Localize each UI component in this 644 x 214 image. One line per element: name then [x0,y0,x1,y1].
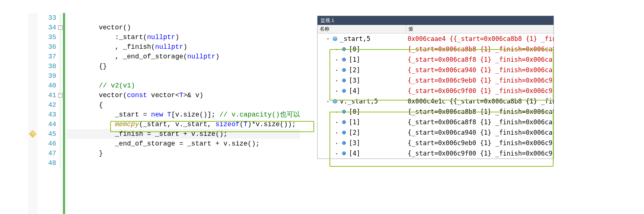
code-line[interactable]: _end_of_storage = _start + v.size(); [67,139,300,148]
watch-value: 0x006c4e1c {{_start=0x006ca8b8 {1} _fini… [406,98,554,105]
code-line[interactable]: {} [67,61,300,71]
line-number: 47 [37,148,56,158]
watch-element-icon [341,119,347,125]
code-line[interactable]: vector(const vector<T>& v) [67,90,300,100]
code-content[interactable]: vector() :_start(nullptr) , _finish(null… [65,13,300,214]
watch-row[interactable]: ▸[2]{_start=0x006ca940 {1} _finish=0x006… [318,65,554,75]
line-number: 46 [37,139,56,148]
expand-toggle[interactable]: ▸ [335,151,339,156]
watch-name: [0] [349,108,360,115]
watch-header-value[interactable]: 值 [406,25,554,33]
code-line[interactable]: { [67,100,300,110]
watch-name: [0] [349,45,360,53]
line-number: 34 [37,23,56,32]
line-number: 33 [37,13,56,23]
execution-pointer-icon [29,130,36,138]
line-number: 43 [37,110,56,119]
watch-name: _start,5 [340,35,370,42]
code-highlight-box [110,121,314,132]
watch-row[interactable]: ▸[1]{_start=0x006ca8f8 {1} _finish=0x006… [318,54,554,65]
expand-toggle[interactable]: ▸ [335,47,339,52]
watch-name: v._start,5 [340,98,378,105]
watch-value: {_start=0x006ca8f8 {1} _finish=0x006ca90… [406,56,554,63]
code-line[interactable] [67,13,300,23]
watch-row[interactable]: ▸[0]{_start=0x006ca8b8 {1} _finish=0x006… [318,44,554,54]
expand-toggle[interactable]: ▾ [326,36,330,41]
watch-value: {_start=0x006c9f00 {1} _finish=0x006c9f1… [406,87,554,95]
line-number: 37 [37,52,56,61]
line-number: 40 [37,81,56,90]
watch-value: {_start=0x006ca8b8 {1} _finish=0x006ca8b… [406,45,554,53]
line-number: 41 [37,90,56,100]
expand-toggle[interactable]: ▸ [335,120,339,125]
code-line[interactable]: // v2(v1) [67,81,300,90]
line-number: 45 [37,129,56,139]
watch-element-icon [341,56,347,63]
expand-toggle[interactable]: ▸ [335,109,339,114]
line-number: 36 [37,42,56,52]
watch-value: {_start=0x006ca8b8 {1} _finish=0x006ca8b… [406,108,554,115]
watch-header-name[interactable]: 名称 [318,25,406,33]
watch-element-icon [341,129,347,136]
expand-toggle[interactable]: ▸ [335,57,339,62]
watch-element-icon [341,108,347,115]
watch-row[interactable]: ▸[3]{_start=0x006c9eb0 {1} _finish=0x006… [318,75,554,86]
watch-name: [2] [349,66,360,74]
watch-element-icon [341,87,347,94]
line-number: 44 [37,119,56,129]
expand-toggle[interactable]: ▸ [335,89,339,93]
line-number-column: 33343536373839404142434445464748 [37,13,58,214]
fold-column[interactable]: −− [58,13,63,214]
indicator-column [28,13,37,214]
line-number: 42 [37,100,56,110]
code-line[interactable]: vector() [67,23,300,32]
watch-row[interactable]: ▾_start,50x006caae4 {{_start=0x006ca8b8 … [318,33,554,44]
editor-margin [0,13,28,214]
watch-value: {_start=0x006ca940 {1} _finish=0x006ca94… [406,129,554,136]
expand-toggle[interactable]: ▸ [335,141,339,146]
watch-var-icon [332,35,338,42]
watch-element-icon [341,46,347,52]
watch-value: {_start=0x006ca940 {1} _finish=0x006ca94… [406,66,554,74]
watch-name: [1] [349,56,360,63]
watch-row[interactable]: ▸[3]{_start=0x006c9eb0 {1} _finish=0x006… [318,138,554,148]
watch-name: [3] [349,77,360,84]
watch-row[interactable]: ▸[2]{_start=0x006ca940 {1} _finish=0x006… [318,127,554,138]
watch-row[interactable]: ▸[4]{_start=0x006c9f00 {1} _finish=0x006… [318,86,554,96]
watch-body[interactable]: ▾_start,50x006caae4 {{_start=0x006ca8b8 … [318,33,554,159]
watch-header: 名称 值 [318,25,554,33]
code-editor[interactable]: 33343536373839404142434445464748 −− vect… [0,0,300,214]
watch-name: [4] [349,87,360,95]
watch-name: [4] [349,150,360,157]
watch-value: {_start=0x006ca8f8 {1} _finish=0x006ca90… [406,118,554,126]
code-line[interactable]: } [67,148,300,158]
code-line[interactable] [67,158,300,168]
expand-toggle[interactable]: ▸ [335,78,339,83]
code-line[interactable]: :_start(nullptr) [67,32,300,42]
watch-name: [2] [349,129,360,136]
watch-row[interactable]: ▸[4]{_start=0x006c9f00 {1} _finish=0x006… [318,148,554,159]
expand-toggle[interactable]: ▸ [335,130,339,135]
watch-value: 0x006caae4 {{_start=0x006ca8b8 {1} _fini… [406,35,554,42]
fold-toggle[interactable]: − [58,25,63,30]
code-line[interactable]: _start = new T[v.size()]; // v.capacity(… [67,110,300,119]
code-line[interactable]: , _finish(nullptr) [67,42,300,52]
code-line[interactable]: , _end_of_storage(nullptr) [67,52,300,61]
line-number: 38 [37,61,56,71]
fold-toggle[interactable]: − [58,93,63,98]
watch-element-icon [341,67,347,73]
line-number: 39 [37,71,56,81]
watch-row[interactable]: ▾v._start,50x006c4e1c {{_start=0x006ca8b… [318,96,554,106]
watch-title: 监视 1 [318,16,554,25]
watch-name: [1] [349,118,360,126]
code-line[interactable] [67,71,300,81]
expand-toggle[interactable]: ▾ [326,99,330,104]
watch-element-icon [341,140,347,146]
watch-panel[interactable]: 监视 1 名称 值 ▾_start,50x006caae4 {{_start=0… [317,16,554,159]
line-number: 35 [37,32,56,42]
expand-toggle[interactable]: ▸ [335,68,339,73]
watch-var-icon [332,98,338,105]
watch-name: [3] [349,139,360,147]
watch-row[interactable]: ▸[0]{_start=0x006ca8b8 {1} _finish=0x006… [318,106,554,117]
watch-row[interactable]: ▸[1]{_start=0x006ca8f8 {1} _finish=0x006… [318,117,554,127]
